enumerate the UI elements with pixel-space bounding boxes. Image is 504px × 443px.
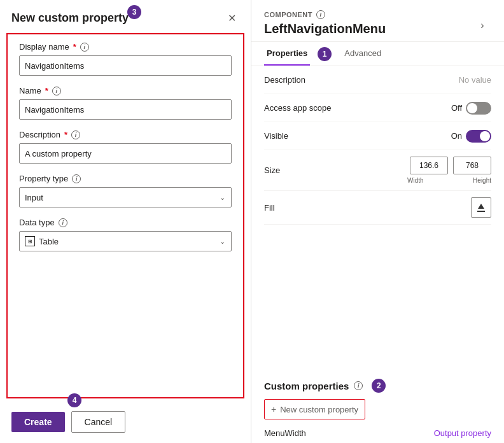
width-label: Width [407,177,424,184]
data-type-group: Data type i ⊞ Table ⌄ [19,218,232,251]
height-label: Height [473,177,491,184]
menu-width-label: MenuWidth [264,428,306,438]
fill-button[interactable] [471,197,491,218]
output-property-badge: Output property [434,428,491,438]
add-custom-property-button[interactable]: + New custom property [264,399,365,419]
display-name-info-icon[interactable]: i [80,43,89,52]
custom-properties-section: Custom properties i 2 + New custom prope… [251,371,504,443]
prop-size: Size Width Height [264,150,491,191]
dialog-title: New custom property [11,11,129,25]
create-button[interactable]: Create [11,412,65,432]
component-label-text: COMPONENT [264,11,312,18]
name-label: Name [19,86,41,95]
access-app-scope-toggle-group: Off [451,102,491,115]
menu-width-row: MenuWidth Output property [264,423,491,443]
cancel-button[interactable]: Cancel [71,411,126,433]
display-name-group: Display name * i [19,42,232,76]
toggle-knob [467,103,477,113]
component-name: LeftNavigationMenu [264,22,386,36]
description-required: * [64,130,67,139]
step-badge-3: 3 [127,5,141,19]
dialog-footer: 4 Create Cancel [0,405,251,443]
display-name-input[interactable] [19,55,232,76]
description-prop-label: Description [264,75,340,85]
fill-label: Fill [264,203,340,213]
step-badge-2: 2 [372,379,386,393]
access-app-scope-label: Access app scope [264,103,340,113]
property-type-label: Property type [19,174,68,183]
description-input[interactable] [19,143,232,164]
name-group: Name * i [19,86,232,120]
tabs-row: Properties 1 Advanced [251,42,504,66]
panel-header: COMPONENT i LeftNavigationMenu › [251,0,504,42]
property-type-select[interactable]: Input Output Event [19,187,232,207]
size-inputs-group: Width Height [407,157,491,184]
name-input[interactable] [19,99,232,120]
prop-description: Description No value [264,66,491,94]
tab-advanced[interactable]: Advanced [342,42,384,66]
visible-toggle-group: On [451,130,491,143]
tab-properties[interactable]: Properties [264,42,310,66]
data-type-label: Data type [19,218,55,227]
data-type-info-icon[interactable]: i [59,218,67,227]
width-input[interactable] [410,157,448,174]
display-name-label: Display name [19,42,69,52]
step-badge-1: 1 [318,47,332,61]
height-input[interactable] [453,157,491,174]
access-app-scope-toggle-label: Off [451,103,462,113]
name-required: * [45,86,48,95]
visible-toggle[interactable] [466,130,491,143]
description-group: Description * i [19,130,232,164]
prop-fill: Fill [264,191,491,225]
table-icon: ⊞ [25,236,35,246]
close-button[interactable]: ✕ [224,10,239,25]
panel-expand-button[interactable]: › [473,17,491,34]
property-type-group: Property type i Input Output Event ⌄ [19,174,232,207]
visible-label: Visible [264,131,340,141]
add-custom-prop-label: New custom property [280,405,358,414]
visible-toggle-knob [480,131,490,141]
access-app-scope-toggle[interactable] [466,102,491,115]
description-prop-value: No value [459,75,491,85]
data-type-display[interactable]: ⊞ Table ⌄ [19,231,232,251]
component-info-icon[interactable]: i [316,10,325,19]
step-badge-4: 4 [67,393,81,407]
name-info-icon[interactable]: i [52,87,61,95]
property-type-info-icon[interactable]: i [72,174,81,183]
prop-access-app-scope: Access app scope Off [264,94,491,122]
display-name-required: * [73,42,76,52]
dialog-form: Display name * i Name * i Description [6,33,244,398]
data-type-value: Table [39,237,59,246]
size-label: Size [264,165,340,175]
custom-props-title: Custom properties [264,381,349,391]
description-info-icon[interactable]: i [71,130,80,139]
description-label: Description [19,130,60,139]
add-icon: + [271,404,276,414]
visible-toggle-label: On [451,131,462,141]
fill-icon [476,202,486,213]
prop-visible: Visible On [264,122,491,150]
custom-props-info-icon[interactable]: i [354,381,363,390]
properties-list: Description No value Access app scope Of… [251,66,504,371]
